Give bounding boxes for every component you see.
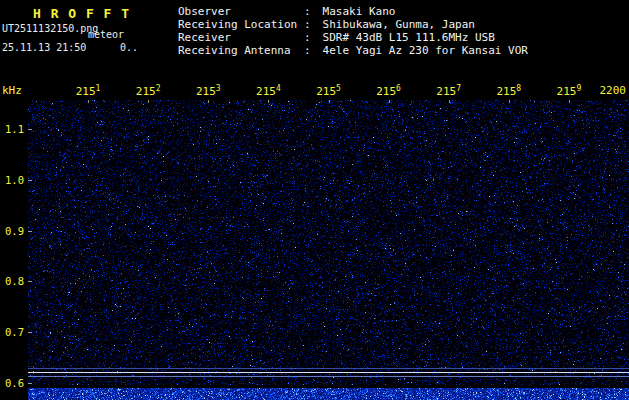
- y-tick-label: 0.7: [5, 326, 24, 338]
- info-value: 4ele Yagi Az 230 for Kansai VOR: [316, 44, 528, 57]
- info-separator: :: [304, 18, 316, 31]
- y-tick-label: 1.1: [5, 123, 24, 135]
- app-title: H R O F F T: [33, 6, 130, 21]
- info-row: Receiver: SDR# 43dB L15 111.6MHz USB: [178, 31, 528, 44]
- info-separator: :: [304, 44, 316, 57]
- y-tick-label: 0.9: [5, 225, 24, 237]
- x-tick-label: 2154: [256, 84, 281, 98]
- x-tick-label: 2200: [600, 84, 627, 97]
- info-label: Receiving Antenna: [178, 44, 304, 57]
- info-row: Receiving Antenna: 4ele Yagi Az 230 for …: [178, 44, 528, 57]
- y-tick-label: 1.0: [5, 174, 24, 186]
- info-label: Receiver: [178, 31, 304, 44]
- y-tick-label: 0.6: [5, 377, 24, 389]
- spectrogram: [28, 100, 629, 385]
- x-tick-label: 2152: [136, 84, 161, 98]
- info-separator: :: [304, 31, 316, 44]
- info-separator: :: [304, 5, 316, 18]
- y-tick-label: 0.8: [5, 275, 24, 287]
- x-tick-label: 2157: [436, 84, 461, 98]
- info-label: Receiving Location: [178, 18, 304, 31]
- x-tick-label: 2158: [496, 84, 521, 98]
- station-name: meteor: [88, 29, 124, 40]
- observation-datetime: 25.11.13 21:50: [2, 42, 86, 53]
- info-value: Shibukawa, Gunma, Japan: [316, 18, 475, 31]
- frequency-unit-label: kHz: [2, 84, 22, 97]
- x-tick-label: 2151: [76, 84, 101, 98]
- echo-counter: 0..: [120, 42, 138, 53]
- signal-level-strip: [28, 388, 629, 400]
- hrofft-screen: H R O F F T UT2511132150.png meteor 25.1…: [0, 0, 629, 400]
- info-value: SDR# 43dB L15 111.6MHz USB: [316, 31, 495, 44]
- info-value: Masaki Kano: [316, 5, 395, 18]
- info-row: Receiving Location: Shibukawa, Gunma, Ja…: [178, 18, 528, 31]
- spectrogram-canvas: [28, 100, 629, 385]
- x-tick-label: 2159: [557, 84, 582, 98]
- x-tick-label: 2155: [316, 84, 341, 98]
- x-tick-label: 2153: [196, 84, 221, 98]
- x-tick-label: 2156: [376, 84, 401, 98]
- output-filename: UT2511132150.png: [2, 23, 98, 34]
- signal-level-canvas: [28, 388, 629, 400]
- info-row: Observer: Masaki Kano: [178, 5, 528, 18]
- info-label: Observer: [178, 5, 304, 18]
- observer-info-block: Observer: Masaki KanoReceiving Location:…: [178, 5, 528, 57]
